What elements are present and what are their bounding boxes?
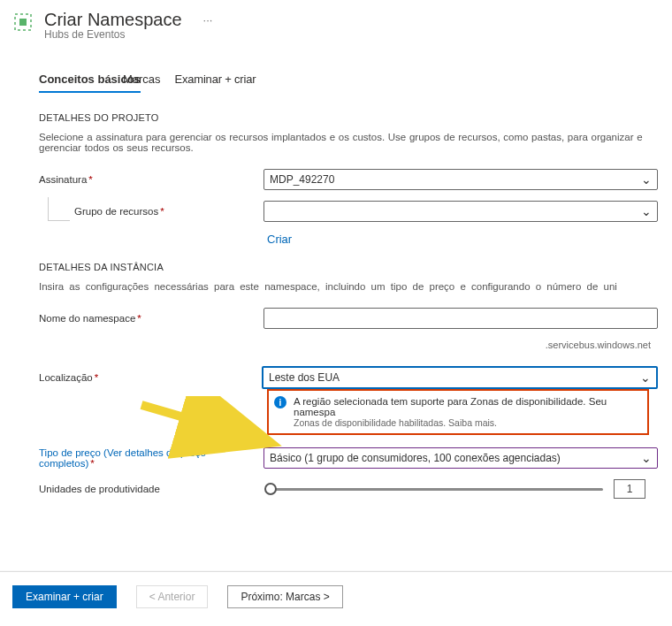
namespace-icon — [12, 11, 34, 33]
page-header: Criar Namespace ··· Hubs de Eventos — [0, 0, 672, 41]
label-pricing-tier[interactable]: Tipo de preço (Ver detalhes de preço com… — [39, 447, 263, 469]
label-resource-group: Grupo de recursos* — [74, 206, 263, 217]
chevron-down-icon: ⌄ — [641, 452, 652, 464]
availability-zone-info: i A região selecionada tem suporte para … — [267, 389, 649, 435]
section-project-desc: Selecione a assinatura para gerenciar os… — [39, 132, 658, 153]
link-create-new-rg[interactable]: Criar — [267, 233, 658, 246]
info-sub: Zonas de disponibilidade habilitadas. Sa… — [294, 417, 640, 428]
input-namespace-name[interactable] — [263, 308, 658, 329]
review-create-button[interactable]: Examinar + criar — [12, 585, 117, 608]
tab-tags[interactable]: Marcas — [123, 73, 161, 93]
section-project-heading: DETALHES DO PROJETO — [39, 112, 658, 123]
page-subtitle: Hubs de Eventos — [44, 28, 212, 41]
select-pricing-tier[interactable]: Básico (1 grupo de consumidores, 100 con… — [263, 447, 658, 469]
chevron-down-icon: ⌄ — [641, 173, 652, 186]
chevron-down-icon: ⌄ — [641, 205, 652, 218]
select-subscription[interactable]: MDP_492270 ⌄ — [263, 169, 658, 190]
wizard-footer: Examinar + criar < Anterior Próximo: Mar… — [0, 571, 672, 626]
slider-throughput[interactable] — [267, 488, 603, 491]
label-throughput-units: Unidades de produtividade — [39, 484, 267, 494]
previous-button: < Anterior — [136, 585, 209, 608]
section-instance-heading: DETALHES DA INSTÂNCIA — [39, 262, 658, 272]
input-throughput-units[interactable]: 1 — [614, 479, 645, 499]
select-location[interactable]: Leste dos EUA ⌄ — [262, 366, 658, 389]
tab-review[interactable]: Examinar + criar — [175, 73, 256, 93]
tabs: Conceitos básicos Marcas Examinar + cria… — [39, 73, 672, 93]
namespace-suffix: .servicebus.windows.net — [39, 340, 651, 350]
label-subscription: Assinatura* — [39, 174, 263, 185]
chevron-down-icon: ⌄ — [640, 371, 651, 384]
more-button[interactable]: ··· — [203, 13, 213, 27]
info-icon: i — [274, 396, 286, 408]
select-resource-group[interactable]: ⌄ — [263, 201, 658, 222]
page-title: Criar Namespace — [44, 9, 182, 30]
slider-thumb[interactable] — [264, 483, 277, 495]
svg-rect-1 — [19, 19, 27, 26]
next-button[interactable]: Próximo: Marcas > — [227, 585, 342, 608]
label-location: Localização* — [39, 372, 262, 383]
label-namespace-name: Nome do namespace* — [39, 313, 263, 324]
info-title: A região selecionada tem suporte para Zo… — [294, 396, 640, 417]
section-instance-desc: Insira as configurações necessárias para… — [39, 281, 658, 292]
